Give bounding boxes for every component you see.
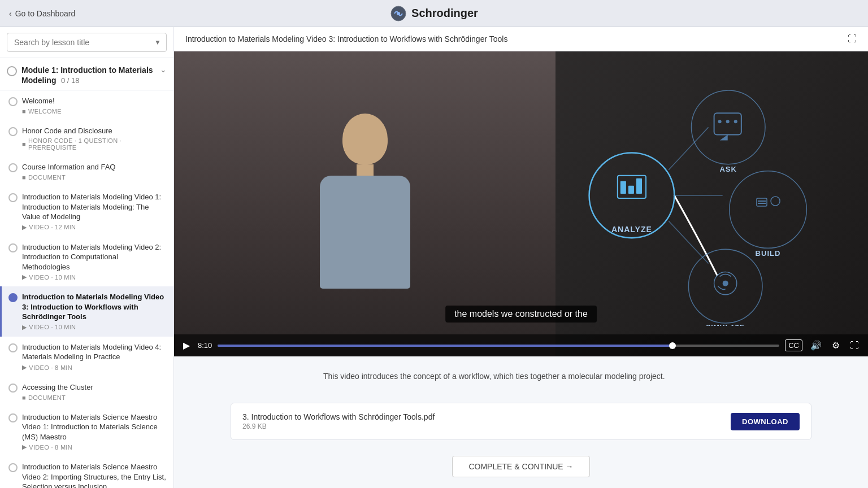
lesson-meta: ■ WELCOME — [22, 108, 167, 115]
module-progress: 0 / 18 — [61, 76, 80, 85]
svg-text:SIMULATE: SIMULATE — [706, 324, 745, 326]
progress-bar-fill — [218, 345, 672, 347]
time-display: 8:10 — [198, 341, 212, 350]
lesson-item-video1[interactable]: Introduction to Materials Modeling Video… — [0, 186, 173, 237]
lesson-meta: ■ HONOR CODE · 1 QUESTION · PREREQUISITE — [22, 137, 167, 151]
schrodinger-logo-icon — [390, 5, 407, 22]
lesson-circle-active — [8, 293, 18, 302]
svg-point-1 — [397, 12, 400, 15]
volume-button[interactable]: 🔊 — [808, 339, 824, 352]
document-icon: ■ — [22, 108, 26, 115]
module-collapse-icon[interactable]: ⌄ — [160, 65, 167, 74]
presenter-neck — [357, 164, 374, 176]
svg-rect-19 — [758, 201, 766, 202]
svg-point-21 — [771, 197, 780, 206]
lesson-circle — [8, 384, 18, 393]
lesson-header-bar: Introduction to Materials Modeling Video… — [174, 27, 868, 51]
lesson-meta: ▶ VIDEO · 10 MIN — [22, 273, 167, 281]
settings-button[interactable]: ⚙ — [830, 339, 842, 352]
lesson-circle — [8, 343, 18, 352]
svg-point-15 — [734, 120, 737, 123]
video-icon: ▶ — [22, 273, 27, 281]
progress-dot — [669, 342, 676, 349]
download-filename: 3. Introduction to Workflows with Schröd… — [242, 412, 731, 421]
download-size: 26.9 KB — [242, 422, 731, 430]
lesson-info: Course Information and FAQ ■ DOCUMENT — [22, 162, 167, 181]
lesson-info: Honor Code and Disclosure ■ HONOR CODE ·… — [22, 126, 167, 151]
video-progress-bar[interactable] — [218, 345, 779, 347]
document-icon: ■ — [22, 394, 26, 401]
cc-button[interactable]: CC — [785, 339, 802, 351]
video-container: ANALYZE ASK — [174, 51, 868, 356]
app-title: Schrodinger — [411, 7, 478, 20]
lesson-item-maestro-video2[interactable]: Introduction to Materials Science Maestr… — [0, 456, 173, 488]
video-icon: ▶ — [22, 324, 27, 331]
lesson-title: Introduction to Materials Modeling Video… — [22, 342, 167, 362]
search-input[interactable] — [7, 33, 167, 52]
lesson-item-video3-active[interactable]: Introduction to Materials Modeling Video… — [0, 286, 173, 337]
svg-point-23 — [688, 249, 762, 323]
video-subtitle: the models we constructed or the — [445, 306, 597, 323]
description-text: This video introduces the concept of a w… — [323, 370, 719, 382]
svg-point-13 — [718, 120, 722, 123]
complete-bar: COMPLETE & CONTINUE → — [174, 447, 868, 486]
video-icon: ▶ — [22, 224, 27, 231]
download-button[interactable]: DOWNLOAD — [731, 413, 800, 430]
lesson-circle — [8, 413, 18, 422]
video-icon: ▶ — [22, 364, 27, 371]
expand-icon[interactable]: ⛶ — [848, 34, 857, 44]
svg-point-11 — [691, 90, 765, 164]
lesson-circle — [8, 163, 18, 172]
lesson-meta-text: VIDEO · 8 MIN — [29, 364, 72, 371]
lesson-title: Welcome! — [22, 96, 167, 106]
lesson-circle — [8, 193, 18, 202]
svg-rect-7 — [620, 181, 626, 194]
lesson-item-honor-code[interactable]: Honor Code and Disclosure ■ HONOR CODE ·… — [0, 120, 173, 157]
video-icon: ▶ — [22, 443, 27, 451]
sidebar: ▼ Module 1: Introduction to Materials Mo… — [0, 27, 174, 488]
lesson-info: Introduction to Materials Modeling Video… — [22, 242, 167, 281]
lesson-item-video2[interactable]: Introduction to Materials Modeling Video… — [0, 237, 173, 287]
main-content: Introduction to Materials Modeling Video… — [174, 27, 868, 488]
lesson-item-maestro-video1[interactable]: Introduction to Materials Science Maestr… — [0, 407, 173, 457]
back-to-dashboard-button[interactable]: ‹ Go to Dashboard — [9, 9, 75, 18]
search-dropdown-icon[interactable]: ▼ — [154, 38, 161, 46]
play-pause-button[interactable]: ▶ — [181, 339, 192, 352]
lesson-title: Accessing the Cluster — [22, 382, 167, 393]
download-info: 3. Introduction to Workflows with Schröd… — [242, 412, 731, 430]
description-area: This video introduces the concept of a w… — [174, 356, 868, 396]
lesson-info: Introduction to Materials Modeling Video… — [22, 192, 167, 231]
lesson-meta-text: VIDEO · 8 MIN — [29, 444, 72, 451]
svg-point-25 — [723, 281, 728, 286]
lesson-item-course-info[interactable]: Course Information and FAQ ■ DOCUMENT — [0, 156, 173, 186]
sidebar-search-area: ▼ — [0, 27, 173, 58]
back-label: Go to Dashboard — [15, 9, 76, 18]
lesson-meta: ■ DOCUMENT — [22, 174, 167, 181]
lesson-meta-text: HONOR CODE · 1 QUESTION · PREREQUISITE — [28, 137, 167, 151]
lesson-item-welcome[interactable]: Welcome! ■ WELCOME — [0, 90, 173, 120]
lesson-title: Introduction to Materials Science Maestr… — [22, 412, 167, 442]
presenter-body — [320, 176, 410, 289]
lesson-title: Honor Code and Disclosure — [22, 126, 167, 136]
lesson-info: Introduction to Materials Science Maestr… — [22, 412, 167, 451]
svg-point-17 — [730, 171, 807, 249]
module-header: Module 1: Introduction to Materials Mode… — [0, 58, 173, 90]
lesson-item-video4[interactable]: Introduction to Materials Modeling Video… — [0, 337, 173, 377]
module-progress-circle — [7, 66, 17, 76]
video-background: ANALYZE ASK — [174, 51, 868, 356]
top-navigation: ‹ Go to Dashboard Schrodinger — [0, 0, 868, 27]
presenter-head — [342, 114, 388, 164]
lesson-info: Welcome! ■ WELCOME — [22, 96, 167, 115]
lesson-circle — [8, 243, 18, 252]
logo-area: Schrodinger — [390, 5, 478, 22]
complete-continue-button[interactable]: COMPLETE & CONTINUE → — [452, 456, 589, 477]
lesson-meta-text: VIDEO · 10 MIN — [29, 274, 76, 281]
lesson-header-title: Introduction to Materials Modeling Video… — [185, 34, 507, 43]
fullscreen-button[interactable]: ⛶ — [848, 339, 861, 352]
svg-text:ANALYZE: ANALYZE — [611, 225, 652, 234]
lesson-meta-text: DOCUMENT — [28, 174, 66, 181]
lesson-info: Introduction to Materials Modeling Video… — [22, 342, 167, 371]
lesson-item-accessing-cluster[interactable]: Accessing the Cluster ■ DOCUMENT — [0, 377, 173, 407]
svg-line-2 — [669, 127, 708, 169]
workflow-svg: ANALYZE ASK — [521, 82, 834, 326]
